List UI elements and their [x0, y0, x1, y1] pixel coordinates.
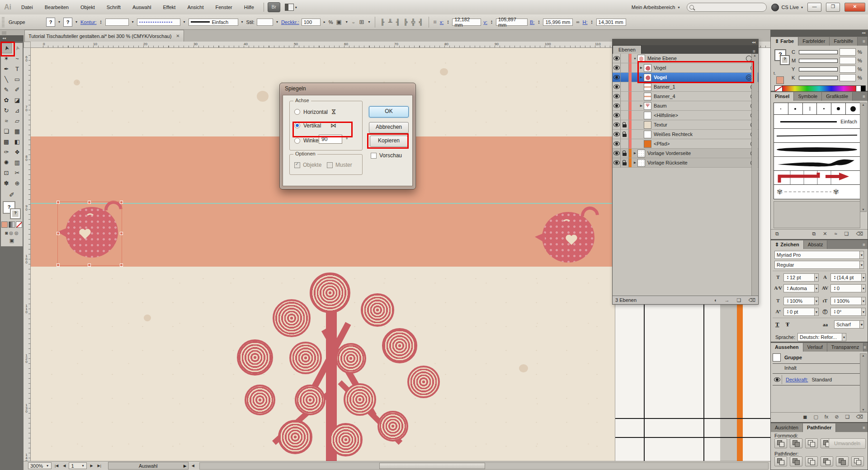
lock-cell[interactable] [621, 73, 629, 82]
layer-row[interactable]: <Pfad> [613, 139, 758, 149]
brush-floral-pattern[interactable]: ✾ ✾ [774, 185, 860, 199]
zoom-level-select[interactable]: 300% ▾ [28, 462, 52, 469]
menu-auswahl[interactable]: Auswahl [127, 0, 157, 14]
panel-action-icon[interactable]: ❏ [845, 414, 850, 420]
blob-brush-tool[interactable]: ✿ [1, 95, 12, 105]
document-tab[interactable]: Tutorial Tischaufsteller gestalten.ai* b… [24, 30, 184, 42]
lock-cell[interactable] [621, 158, 629, 167]
lock-cell[interactable] [621, 92, 629, 101]
panel-action-icon[interactable]: ❏ [737, 297, 741, 303]
radio-winkel[interactable]: Winkel: [294, 137, 321, 144]
layer-row[interactable]: ▼Meine Ebene [613, 54, 758, 63]
symbol-sprayer-tool[interactable]: ✺ [1, 157, 12, 168]
lock-cell[interactable] [621, 82, 629, 91]
close-icon[interactable]: ✕ [176, 33, 179, 38]
minimize-button[interactable]: — [807, 3, 821, 12]
tab-zeichen[interactable]: ⇕ Zeichen [771, 240, 804, 249]
menu-fenster[interactable]: Fenster [209, 0, 238, 14]
menu-schrift[interactable]: Schrift [101, 0, 127, 14]
calligraphic-brush[interactable] [846, 103, 860, 114]
stroke-weight-field[interactable] [105, 19, 129, 26]
visibility-cell[interactable] [613, 120, 621, 129]
visibility-cell[interactable] [613, 149, 621, 158]
swap-icon[interactable]: t. [774, 71, 776, 75]
layer-row[interactable]: ▶Vogel [613, 73, 758, 82]
workspace-switcher[interactable]: Mein Arbeitsbereich ▾ [629, 4, 683, 11]
twirl-icon[interactable]: ▶ [632, 161, 637, 164]
visibility-icon[interactable] [774, 377, 780, 382]
radio-horizontal[interactable]: Horizontal ⋈ [294, 108, 337, 115]
copy-button[interactable]: Kopieren [370, 136, 408, 147]
x-label[interactable]: x: [440, 19, 444, 25]
brush-basic[interactable]: Einfach [774, 115, 860, 129]
layer-row[interactable]: Textur [613, 120, 758, 130]
stroke-weight-label[interactable]: Kontur: [80, 19, 96, 25]
visibility-cell[interactable] [613, 139, 621, 148]
visibility-cell[interactable] [613, 92, 621, 101]
visibility-cell[interactable] [613, 158, 621, 167]
lock-cell[interactable] [621, 120, 629, 129]
restore-button[interactable]: ❐ [826, 3, 840, 12]
calligraphic-brush[interactable] [817, 103, 831, 114]
chevron-down-icon[interactable]: ▾ [275, 20, 279, 24]
y-field[interactable]: 105,897 mm [496, 19, 528, 26]
calligraphic-brush[interactable] [788, 103, 803, 114]
char-field[interactable]: ▴▾Automa▾ [783, 284, 819, 292]
magic-wand-tool[interactable]: ✶ [1, 53, 12, 64]
last-color-swatch[interactable] [776, 76, 784, 84]
tab-absatz[interactable]: Absatz [804, 240, 828, 249]
search-input[interactable] [687, 3, 767, 12]
vertical-ruler[interactable]: 60708090100110120130140 [24, 48, 31, 461]
last-page-button[interactable]: ▶| [96, 464, 103, 468]
chevron-down-icon[interactable]: ▾ [75, 20, 78, 24]
width-stepper[interactable]: ▴▾ [537, 20, 541, 24]
none-button[interactable] [16, 221, 22, 228]
pathfinder-4[interactable] [836, 456, 849, 466]
stroke-swatch[interactable]: ? [63, 18, 72, 27]
stroke-weight-stepper[interactable]: ▴▾ [99, 20, 103, 24]
antialias-select[interactable]: Scharf ▾ [834, 320, 864, 329]
stroke-indicator[interactable]: ? [780, 55, 790, 65]
panel-action-icon[interactable]: ❏ [844, 231, 849, 237]
transform-icon[interactable]: ⊞ [359, 19, 365, 25]
next-page-button[interactable]: ▶ [89, 464, 94, 468]
pathfinder-1[interactable] [790, 456, 802, 466]
gradient-tool[interactable]: ◧ [12, 136, 23, 147]
height-label[interactable]: H: [583, 19, 588, 25]
menu-ansicht[interactable]: Ansicht [181, 0, 209, 14]
cancel-button[interactable]: Abbrechen [369, 122, 409, 133]
font-family-select[interactable]: Myriad Pro▾ [774, 251, 864, 259]
calligraphic-brushes[interactable] [774, 103, 860, 115]
line-segment-tool[interactable]: ╲ [1, 74, 12, 85]
scroll-left-button[interactable]: ◀ [190, 464, 196, 468]
tab-symbole[interactable]: Symbole [794, 92, 822, 101]
channel-slider[interactable] [799, 76, 838, 80]
char-field[interactable]: ▴▾12 pt▾ [783, 273, 819, 282]
appearance-row-group[interactable]: Gruppe [773, 353, 861, 362]
menu-hilfe[interactable]: Hilfe [238, 0, 260, 14]
tab-pathfinder[interactable]: Pathfinder [803, 423, 836, 432]
brush-swan[interactable] [774, 157, 860, 171]
chevron-down-icon[interactable]: ▾ [295, 5, 297, 9]
font-style-select[interactable]: Regular▾ [774, 261, 864, 269]
bridge-button[interactable]: Br [268, 2, 280, 12]
status-menu-icon[interactable]: ▶ [184, 464, 187, 468]
calligraphic-brush[interactable] [774, 103, 788, 114]
transform-panel-icon[interactable]: ⌗ [433, 19, 438, 26]
panel-action-icon[interactable]: ⌫ [748, 297, 755, 303]
tab-farbhilfe[interactable]: Farbhilfe [830, 37, 858, 46]
ruler-corner[interactable] [24, 42, 31, 48]
chevron-down-icon[interactable]: ▾ [131, 20, 135, 24]
visibility-cell[interactable] [613, 111, 621, 120]
pathfinder-5[interactable] [851, 456, 864, 466]
brush-charcoal[interactable] [774, 129, 860, 143]
prev-page-button[interactable]: ◀ [61, 464, 67, 468]
perspective-grid-tool[interactable]: ▦ [12, 126, 23, 136]
pathfinder-3[interactable] [821, 456, 833, 466]
width-label[interactable]: B: [530, 19, 534, 25]
scrollbar[interactable]: ▲ [751, 54, 758, 296]
align-icon[interactable]: ╟ [379, 19, 387, 25]
eraser-tool[interactable]: ◪ [12, 95, 23, 105]
pathfinder-2[interactable] [805, 456, 818, 466]
tab-pinsel[interactable]: Pinsel [771, 92, 794, 101]
